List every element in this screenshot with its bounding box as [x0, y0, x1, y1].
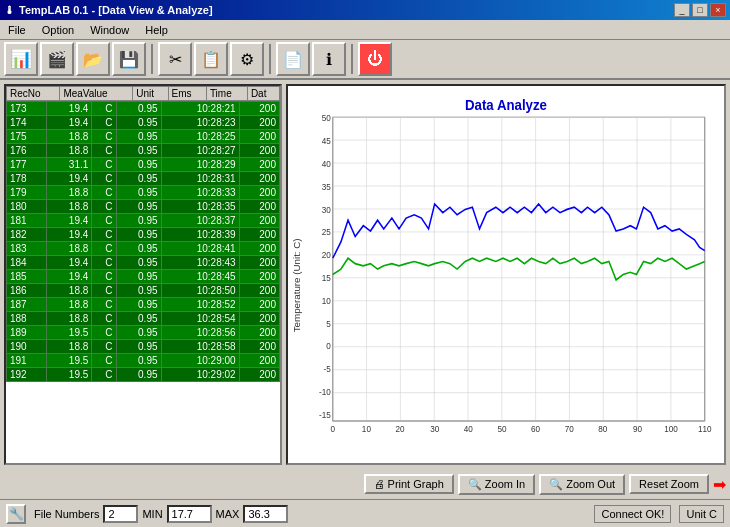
table-row: 18618.8C0.9510:28:50200 [7, 284, 280, 298]
table-cell: 19.4 [47, 228, 92, 242]
table-cell: 0.95 [116, 116, 161, 130]
zoom-out-button[interactable]: 🔍 Zoom Out [539, 474, 625, 495]
svg-text:40: 40 [464, 424, 473, 434]
table-cell: C [92, 200, 116, 214]
table-cell: 190 [7, 340, 47, 354]
table-cell: 200 [239, 368, 279, 382]
table-cell: 176 [7, 144, 47, 158]
table-cell: C [92, 326, 116, 340]
table-cell: 10:28:33 [161, 186, 239, 200]
reset-zoom-button[interactable]: Reset Zoom [629, 474, 709, 494]
menu-window[interactable]: Window [86, 23, 133, 37]
table-cell: 0.95 [116, 340, 161, 354]
table-cell: 192 [7, 368, 47, 382]
min-input[interactable] [167, 505, 212, 523]
chart-title: Data Analyze [465, 97, 547, 112]
svg-text:30: 30 [430, 424, 439, 434]
svg-text:60: 60 [531, 424, 540, 434]
menu-file[interactable]: File [4, 23, 30, 37]
table-cell: 200 [239, 256, 279, 270]
report-button[interactable]: 📄 [276, 42, 310, 76]
table-row: 17618.8C0.9510:28:27200 [7, 144, 280, 158]
table-cell: 200 [239, 284, 279, 298]
table-header: RecNo MeaValue Unit Ems Time Dat [7, 87, 280, 101]
table-cell: 0.95 [116, 144, 161, 158]
table-cell: 10:28:58 [161, 340, 239, 354]
table-cell: C [92, 228, 116, 242]
separator-1 [151, 44, 153, 74]
table-cell: 10:28:27 [161, 144, 239, 158]
svg-text:25: 25 [322, 227, 331, 237]
table-cell: 10:28:52 [161, 298, 239, 312]
table-cell: 10:28:23 [161, 116, 239, 130]
table-cell: 0.95 [116, 312, 161, 326]
table-cell: 19.4 [47, 172, 92, 186]
save-button[interactable]: 💾 [112, 42, 146, 76]
table-row: 17731.1C0.9510:28:29200 [7, 158, 280, 172]
table-cell: 0.95 [116, 326, 161, 340]
table-row: 18919.5C0.9510:28:56200 [7, 326, 280, 340]
table-cell: 200 [239, 326, 279, 340]
table-cell: 18.8 [47, 242, 92, 256]
table-cell: 182 [7, 228, 47, 242]
separator-2 [269, 44, 271, 74]
svg-text:-5: -5 [323, 364, 331, 374]
maximize-button[interactable]: □ [692, 3, 708, 17]
table-cell: 0.95 [116, 214, 161, 228]
table-rows: 17319.4C0.9510:28:2120017419.4C0.9510:28… [7, 102, 280, 382]
table-cell: 0.95 [116, 270, 161, 284]
svg-text:10: 10 [322, 296, 331, 306]
table-cell: 19.5 [47, 354, 92, 368]
menu-option[interactable]: Option [38, 23, 78, 37]
minimize-button[interactable]: _ [674, 3, 690, 17]
table-cell: 180 [7, 200, 47, 214]
settings-button[interactable]: ⚙ [230, 42, 264, 76]
zoom-out-icon: 🔍 [549, 478, 563, 491]
copy-button[interactable]: 📋 [194, 42, 228, 76]
table-cell: 200 [239, 158, 279, 172]
file-numbers-input[interactable] [103, 505, 138, 523]
graph-button[interactable]: 📊 [4, 42, 38, 76]
table-cell: 19.4 [47, 256, 92, 270]
power-button[interactable]: ⏻ [358, 42, 392, 76]
open-button[interactable]: 📂 [76, 42, 110, 76]
table-cell: 0.95 [116, 200, 161, 214]
zoom-in-button[interactable]: 🔍 Zoom In [458, 474, 535, 495]
svg-text:35: 35 [322, 182, 331, 192]
print-icon: 🖨 [374, 478, 385, 490]
svg-text:100: 100 [664, 424, 678, 434]
table-cell: 200 [239, 200, 279, 214]
min-label: MIN [142, 508, 162, 520]
table-cell: 18.8 [47, 200, 92, 214]
menu-help[interactable]: Help [141, 23, 172, 37]
svg-text:5: 5 [326, 318, 331, 328]
data-table-container: RecNo MeaValue Unit Ems Time Dat 17319.4… [4, 84, 282, 465]
separator-3 [351, 44, 353, 74]
table-cell: 200 [239, 130, 279, 144]
table-cell: 0.95 [116, 172, 161, 186]
info-button[interactable]: ℹ [312, 42, 346, 76]
table-row: 18119.4C0.9510:28:37200 [7, 214, 280, 228]
toolbar: 📊 🎬 📂 💾 ✂ 📋 ⚙ 📄 ℹ ⏻ [0, 40, 730, 80]
max-input[interactable] [243, 505, 288, 523]
table-cell: 191 [7, 354, 47, 368]
cut-button[interactable]: ✂ [158, 42, 192, 76]
table-cell: 10:28:37 [161, 214, 239, 228]
table-cell: 184 [7, 256, 47, 270]
svg-text:70: 70 [565, 424, 574, 434]
table-cell: 10:29:00 [161, 354, 239, 368]
window-title: TempLAB 0.1 - [Data View & Analyze] [19, 4, 213, 16]
table-cell: 0.95 [116, 102, 161, 116]
print-graph-button[interactable]: 🖨 Print Graph [364, 474, 454, 494]
table-row: 17319.4C0.9510:28:21200 [7, 102, 280, 116]
close-button[interactable]: × [710, 3, 726, 17]
arrow-icon: ➡ [713, 475, 726, 494]
table-scroll[interactable]: 17319.4C0.9510:28:2120017419.4C0.9510:28… [6, 101, 280, 456]
table-cell: 0.95 [116, 228, 161, 242]
table-cell: C [92, 186, 116, 200]
table-cell: 178 [7, 172, 47, 186]
record-button[interactable]: 🎬 [40, 42, 74, 76]
table-row: 18318.8C0.9510:28:41200 [7, 242, 280, 256]
table-cell: 200 [239, 186, 279, 200]
file-numbers-label: File Numbers [34, 508, 99, 520]
